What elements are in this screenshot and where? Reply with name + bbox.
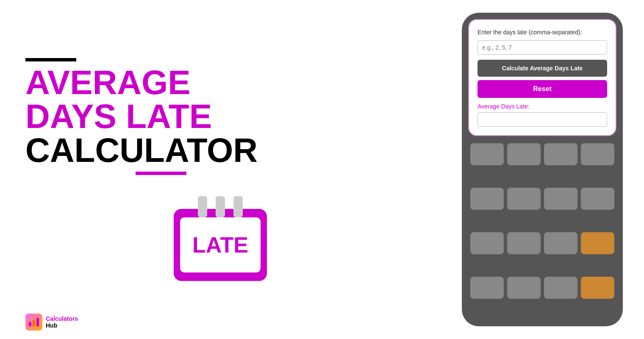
calendar-ring-1 xyxy=(198,196,207,217)
underline-bar-decoration xyxy=(136,172,186,175)
top-bar-decoration xyxy=(25,58,76,61)
calendar-icon: LATE xyxy=(174,196,267,281)
result-label: Average Days Late: xyxy=(477,103,607,110)
calendar-ring-3 xyxy=(233,196,243,217)
calculator-screen: Enter the days late (comma-separated): C… xyxy=(468,19,616,136)
logo-svg xyxy=(28,316,40,328)
key-11[interactable] xyxy=(544,232,577,254)
key-13[interactable] xyxy=(507,277,541,299)
input-label: Enter the days late (comma-separated): xyxy=(477,28,607,37)
key-12[interactable] xyxy=(470,277,504,299)
svg-rect-2 xyxy=(36,318,39,326)
result-input[interactable] xyxy=(477,112,607,127)
calendar-rings xyxy=(174,196,267,220)
calendar-ring-2 xyxy=(216,196,225,217)
title-line1: AVERAGE xyxy=(25,66,415,100)
calculator-device: Enter the days late (comma-separated): C… xyxy=(462,13,623,326)
svg-rect-0 xyxy=(29,322,31,326)
key-8[interactable] xyxy=(581,188,614,210)
title-block: AVERAGE DAYS LATE CALCULATOR xyxy=(25,58,415,175)
calendar-body: LATE xyxy=(174,209,267,281)
logo-icon xyxy=(25,314,42,331)
calendar-section: LATE xyxy=(25,196,415,281)
key-4[interactable] xyxy=(581,143,614,165)
key-orange-2[interactable] xyxy=(581,277,614,299)
reset-button[interactable]: Reset xyxy=(477,80,607,98)
right-section: Enter the days late (comma-separated): C… xyxy=(441,0,644,339)
title-line3: CALCULATOR xyxy=(25,133,415,167)
keypad xyxy=(468,141,616,320)
key-2[interactable] xyxy=(507,143,541,165)
key-orange-1[interactable] xyxy=(581,232,614,254)
key-3[interactable] xyxy=(544,143,577,165)
key-9[interactable] xyxy=(470,232,504,254)
calendar-late-label: LATE xyxy=(192,232,248,258)
key-5[interactable] xyxy=(470,188,504,210)
key-1[interactable] xyxy=(470,143,504,165)
logo-calculators: Calculators xyxy=(46,315,78,322)
days-late-input[interactable] xyxy=(477,40,607,55)
logo-section: Calculators Hub xyxy=(25,314,78,331)
key-7[interactable] xyxy=(544,188,577,210)
svg-rect-1 xyxy=(33,320,35,326)
key-10[interactable] xyxy=(507,232,541,254)
logo-text-block: Calculators Hub xyxy=(46,315,78,329)
title-line2: DAYS LATE xyxy=(25,100,415,133)
logo-hub: Hub xyxy=(46,322,78,329)
calendar-inner: LATE xyxy=(180,217,261,272)
key-14[interactable] xyxy=(544,277,577,299)
calculate-button[interactable]: Calculate Average Days Late xyxy=(477,60,607,77)
left-section: AVERAGE DAYS LATE CALCULATOR LATE xyxy=(0,0,441,339)
key-6[interactable] xyxy=(507,188,541,210)
